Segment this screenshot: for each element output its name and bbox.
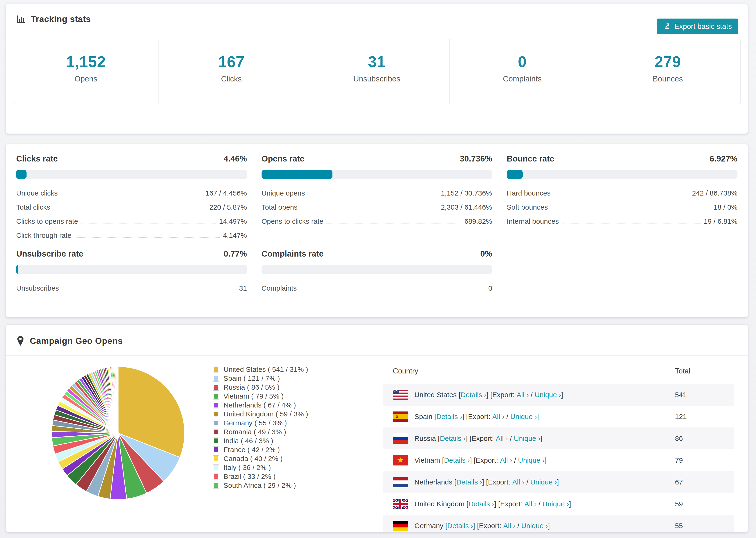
detail-row-clicks-to-opens-rate: Clicks to opens rate14.497% bbox=[16, 217, 247, 225]
legend-label: Canada ( 40 / 2% ) bbox=[224, 455, 283, 463]
country-name: Netherlands bbox=[414, 478, 454, 486]
rate-header: Opens rate30.736% bbox=[261, 154, 492, 163]
detail-label: Clicks to opens rate bbox=[16, 217, 78, 225]
table-row-text: [Export: bbox=[469, 435, 496, 443]
rate-title: Unsubscribe rate bbox=[16, 249, 83, 258]
stat-label: Unsubscribes bbox=[304, 75, 449, 83]
rate-header: Unsubscribe rate0.77% bbox=[16, 249, 247, 258]
legend-item-romania: Romania ( 49 / 3% ) bbox=[213, 427, 308, 436]
country-name: Germany bbox=[414, 522, 445, 530]
table-row-text: ] bbox=[561, 391, 563, 399]
legend-swatch bbox=[213, 393, 219, 400]
export-all-link[interactable]: All › bbox=[492, 413, 505, 421]
legend-swatch-color bbox=[214, 367, 218, 372]
export-all-link[interactable]: All › bbox=[516, 391, 529, 399]
export-unique-link[interactable]: Unique › bbox=[518, 456, 544, 464]
rate-detail-rows: Unique opens1,152 / 30.736%Total opens2,… bbox=[261, 189, 492, 225]
country-name: Spain bbox=[414, 413, 434, 421]
detail-row-total-opens: Total opens2,303 / 61.446% bbox=[261, 203, 492, 211]
geo-table: Country Total United States [Details ›] … bbox=[383, 358, 734, 532]
rate-value: 0% bbox=[480, 249, 492, 258]
legend-swatch-color bbox=[214, 421, 218, 425]
detail-value: 19 / 6.81% bbox=[704, 217, 737, 225]
legend-swatch bbox=[213, 473, 219, 480]
table-row-germany: Germany [Details ›] [Export: All › / Uni… bbox=[383, 515, 734, 532]
export-all-link[interactable]: All › bbox=[500, 456, 512, 464]
table-row-text: ] bbox=[545, 456, 547, 464]
progress-bar-fill bbox=[16, 265, 18, 274]
legend-label: France ( 42 / 2% ) bbox=[224, 446, 280, 454]
detail-label: Click through rate bbox=[16, 232, 71, 239]
legend-swatch-color bbox=[214, 483, 218, 488]
export-unique-link[interactable]: Unique › bbox=[542, 500, 569, 508]
export-unique-link[interactable]: Unique › bbox=[535, 391, 561, 399]
export-all-link[interactable]: All › bbox=[524, 500, 537, 508]
detail-label: Internal bounces bbox=[507, 217, 559, 225]
legend-item-brazil: Brazil ( 33 / 2% ) bbox=[213, 472, 308, 481]
stat-value: 1,152 bbox=[13, 53, 158, 71]
detail-row-complaints: Complaints0 bbox=[261, 284, 492, 292]
dotted-leader bbox=[562, 223, 700, 224]
table-row-text: ] bbox=[557, 478, 559, 486]
rate-value: 0.77% bbox=[224, 249, 247, 258]
export-unique-link[interactable]: Unique › bbox=[530, 478, 557, 486]
dotted-leader bbox=[300, 290, 485, 290]
details-link[interactable]: Details › bbox=[440, 435, 465, 443]
country-cell: United States [Details ›] [Export: All ›… bbox=[383, 390, 563, 400]
geo-table-header: Country Total bbox=[383, 358, 734, 384]
table-row-text: / bbox=[524, 478, 530, 486]
flag-us-icon bbox=[393, 390, 408, 400]
details-link[interactable]: Details › bbox=[468, 500, 494, 508]
stats-summary-row: 1,152Opens167Clicks31Unsubscribes0Compla… bbox=[13, 39, 741, 104]
details-link[interactable]: Details › bbox=[444, 456, 470, 464]
export-all-link[interactable]: All › bbox=[503, 522, 515, 530]
export-all-link[interactable]: All › bbox=[496, 435, 508, 443]
total-value: 59 bbox=[675, 500, 683, 508]
export-icon bbox=[663, 22, 671, 31]
table-row-text: ] bbox=[537, 413, 539, 421]
export-all-link[interactable]: All › bbox=[512, 478, 524, 486]
legend-label: Romania ( 49 / 3% ) bbox=[224, 428, 286, 436]
details-link[interactable]: Details › bbox=[447, 522, 473, 530]
rate-title: Bounce rate bbox=[507, 154, 554, 163]
export-unique-link[interactable]: Unique › bbox=[521, 522, 548, 530]
dotted-leader bbox=[301, 209, 438, 209]
export-unique-link[interactable]: Unique › bbox=[511, 413, 537, 421]
table-row-spain: Spain [Details ›] [Export: All › / Uniqu… bbox=[383, 405, 734, 427]
export-basic-stats-button[interactable]: Export basic stats bbox=[657, 19, 738, 34]
table-row-text: ] bbox=[548, 522, 550, 530]
table-row-netherlands: Netherlands [Details ›] [Export: All › /… bbox=[383, 471, 734, 493]
geo-pie-chart[interactable] bbox=[47, 362, 189, 504]
legend-swatch bbox=[213, 375, 219, 382]
details-link[interactable]: Details › bbox=[456, 478, 482, 486]
flag-gb-icon bbox=[393, 499, 408, 509]
legend-label: United States ( 541 / 31% ) bbox=[224, 365, 308, 373]
export-unique-link[interactable]: Unique › bbox=[514, 435, 540, 443]
stat-value: 31 bbox=[304, 53, 449, 71]
legend-swatch bbox=[213, 366, 219, 373]
legend-swatch bbox=[213, 411, 219, 417]
table-row-text: / bbox=[536, 500, 542, 508]
details-link[interactable]: Details › bbox=[436, 413, 462, 421]
details-link[interactable]: Details › bbox=[460, 391, 486, 399]
detail-label: Unsubscribes bbox=[16, 284, 59, 292]
detail-value: 167 / 4.456% bbox=[205, 189, 247, 197]
legend-swatch bbox=[213, 420, 219, 426]
stat-box-opens: 1,152Opens bbox=[13, 39, 159, 104]
legend-swatch bbox=[213, 402, 219, 408]
country-column-header: Country bbox=[383, 367, 418, 375]
detail-label: Soft bounces bbox=[507, 203, 548, 211]
progress-bar-fill bbox=[507, 170, 523, 179]
stat-box-clicks: 167Clicks bbox=[159, 39, 304, 104]
progress-bar-fill bbox=[261, 170, 333, 179]
legend-label: South Africa ( 29 / 2% ) bbox=[224, 481, 296, 489]
rates-card: Clicks rate4.46%Unique clicks167 / 4.456… bbox=[6, 144, 748, 317]
flag-vn-icon bbox=[393, 455, 408, 465]
table-row-text: [ bbox=[454, 478, 456, 486]
table-row-text: ] bbox=[540, 435, 542, 443]
table-row-text: [ bbox=[466, 500, 468, 508]
dotted-leader bbox=[554, 195, 689, 195]
stat-label: Opens bbox=[13, 75, 158, 83]
export-button-label: Export basic stats bbox=[674, 22, 732, 31]
map-pin-icon bbox=[16, 336, 25, 347]
